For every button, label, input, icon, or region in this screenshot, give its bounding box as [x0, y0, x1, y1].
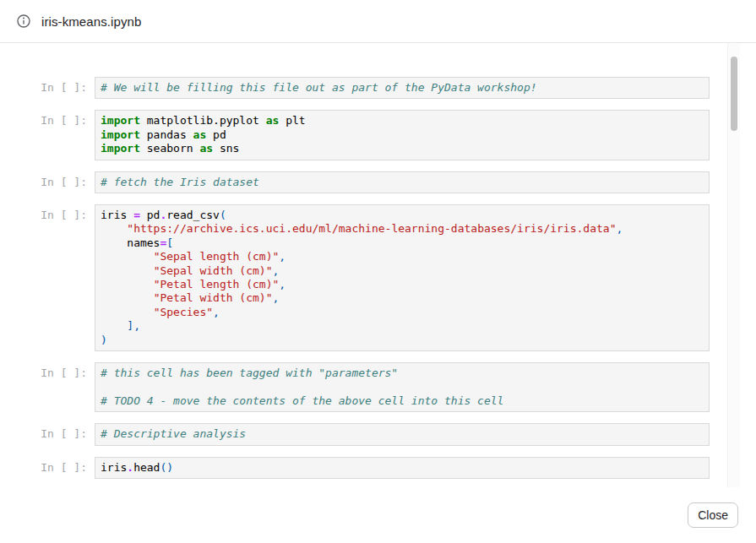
code-line: "Petal length (cm)", [101, 278, 704, 291]
code-line: import pandas as pd [101, 128, 704, 142]
cell-prompt: In [ ]: [0, 362, 95, 380]
code-line: import seaborn as sns [101, 142, 704, 155]
code-line [101, 381, 704, 394]
code-line: ) [101, 334, 704, 347]
code-line: "Sepal length (cm)", [101, 250, 704, 263]
code-line: # TODO 4 - move the contents of the abov… [101, 394, 704, 408]
code-line: # this cell has been tagged with "parame… [101, 367, 704, 380]
notebook-cell-2: In [ ]:import matplotlib.pyplot as pltim… [0, 110, 756, 160]
cell-prompt: In [ ]: [0, 457, 95, 475]
notebook-cell-1: In [ ]:# We will be filling this file ou… [0, 77, 756, 99]
code-line: ], [101, 319, 704, 333]
close-button[interactable]: Close [688, 502, 738, 528]
code-line: "Sepal width (cm)", [101, 264, 704, 278]
cells-container: In [ ]:# We will be filling this file ou… [0, 43, 756, 479]
notebook-cell-4: In [ ]:iris = pd.read_csv( "https://arch… [0, 204, 756, 351]
code-line: "https://archive.ics.uci.edu/ml/machine-… [101, 222, 704, 236]
cell-code: iris = pd.read_csv( "https://archive.ics… [95, 204, 710, 351]
notebook-scroll-area: In [ ]:# We will be filling this file ou… [0, 43, 756, 487]
code-line: iris.head() [101, 461, 704, 475]
cell-prompt: In [ ]: [0, 423, 95, 441]
scrollbar-thumb[interactable] [731, 57, 737, 131]
code-line: # Descriptive analysis [101, 427, 704, 441]
code-line: "Petal width (cm)", [101, 291, 704, 305]
code-line: # fetch the Iris dataset [101, 176, 704, 189]
info-icon [17, 14, 30, 28]
notebook-preview-dialog: iris-kmeans.ipynb In [ ]:# We will be fi… [0, 0, 756, 543]
cell-code: # this cell has been tagged with "parame… [95, 362, 710, 412]
cell-code: # We will be filling this file out as pa… [95, 77, 710, 99]
cell-code: import matplotlib.pyplot as pltimport pa… [95, 110, 710, 160]
cell-code: iris.head() [95, 457, 710, 479]
code-line: import matplotlib.pyplot as plt [101, 114, 704, 128]
cell-prompt: In [ ]: [0, 171, 95, 189]
notebook-cell-6: In [ ]:# Descriptive analysis [0, 423, 756, 445]
cell-prompt: In [ ]: [0, 110, 95, 128]
dialog-title: iris-kmeans.ipynb [41, 14, 141, 29]
code-line: iris = pd.read_csv( [101, 209, 704, 222]
code-line: # We will be filling this file out as pa… [101, 81, 704, 95]
cell-prompt: In [ ]: [0, 204, 95, 222]
notebook-cell-3: In [ ]:# fetch the Iris dataset [0, 171, 756, 193]
notebook-cell-5: In [ ]:# this cell has been tagged with … [0, 362, 756, 412]
dialog-header: iris-kmeans.ipynb [0, 0, 756, 43]
dialog-footer: Close [0, 487, 756, 543]
code-line: names=[ [101, 236, 704, 250]
cell-code: # Descriptive analysis [95, 423, 710, 445]
scrollbar-track[interactable] [727, 43, 740, 487]
code-line: "Species", [101, 306, 704, 319]
notebook-cell-7: In [ ]:iris.head() [0, 457, 756, 479]
cell-code: # fetch the Iris dataset [95, 171, 710, 193]
cell-prompt: In [ ]: [0, 77, 95, 95]
